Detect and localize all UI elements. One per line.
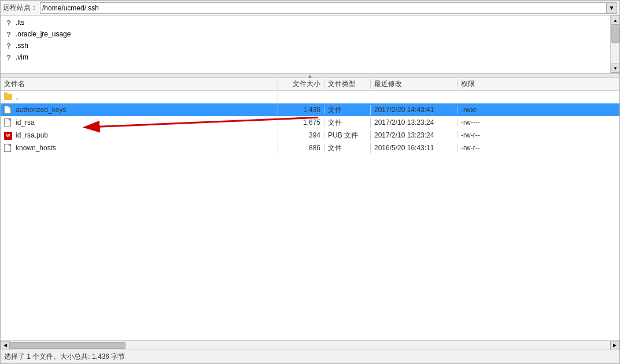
file-name-label: id_rsa	[16, 118, 35, 127]
list-item[interactable]: ? .ssh	[1, 40, 619, 51]
file-type-cell: PUB 文件	[324, 131, 371, 140]
col-header-type[interactable]: 文件类型	[324, 79, 371, 89]
col-header-date[interactable]: 最近修改	[371, 79, 457, 89]
file-date-cell: 2017/2/10 13:23:24	[371, 131, 457, 139]
path-dropdown-button[interactable]: ▼	[607, 2, 617, 14]
file-perms-cell: -rw-r--	[457, 131, 619, 139]
folder-icon	[4, 92, 13, 102]
file-name-cell: ..	[1, 92, 278, 102]
table-row[interactable]: authorized_keys 1,436 文件 2017/2/20 14:43…	[1, 103, 619, 116]
table-row[interactable]: id_rsa 1,675 文件 2017/2/10 13:23:24 -rw--…	[1, 116, 619, 129]
upper-panel[interactable]: ? .lts ? .oracle_jre_usage ? .ssh ? .vim…	[1, 16, 619, 73]
file-icon	[4, 118, 13, 127]
upper-scrollbar[interactable]: ▲ ▼	[610, 16, 619, 73]
file-perms-cell: -rwxr-	[457, 106, 619, 114]
file-icon	[4, 143, 13, 153]
file-size-cell: 394	[278, 131, 324, 139]
scroll-left-button[interactable]: ◀	[1, 341, 10, 350]
col-header-name[interactable]: 文件名	[1, 79, 278, 89]
dir-item-label: .vim	[16, 53, 28, 61]
status-bar: 选择了 1 个文件。大小总共: 1,436 字节	[1, 350, 619, 363]
table-row[interactable]: known_hosts 886 文件 2016/5/20 16:43:11 -r…	[1, 142, 619, 154]
file-name-cell: known_hosts	[1, 143, 278, 153]
scroll-thumb[interactable]	[611, 25, 619, 43]
scroll-right-button[interactable]: ▶	[610, 341, 619, 350]
hscroll-track	[10, 341, 610, 350]
status-text: 选择了 1 个文件。大小总共: 1,436 字节	[4, 352, 125, 362]
file-icon	[4, 105, 13, 114]
file-list[interactable]: .. authorized_keys 1,436 文件 2017/2/20 14…	[1, 91, 619, 340]
col-header-size[interactable]: 文件大小	[278, 79, 324, 89]
file-name-label: ..	[16, 93, 20, 101]
horizontal-scrollbar[interactable]: ◀ ▶	[1, 340, 619, 350]
dir-item-label: .oracle_jre_usage	[16, 30, 71, 38]
file-name-label: known_hosts	[16, 144, 56, 152]
file-name-cell: authorized_keys	[1, 105, 278, 114]
path-input[interactable]	[40, 2, 607, 14]
unknown-icon: ?	[4, 29, 13, 39]
file-type-cell: 文件	[324, 105, 371, 115]
file-name-cell: id_rsa	[1, 118, 278, 127]
dir-item-label: .ssh	[16, 42, 28, 50]
scroll-up-button[interactable]: ▲	[611, 16, 619, 25]
main-container: 远程站点： ▼ ? .lts ? .oracle_jre_usage ? .ss…	[0, 0, 620, 364]
hscroll-thumb[interactable]	[10, 342, 126, 349]
list-item[interactable]: ? .vim	[1, 51, 619, 63]
separator-arrow: ▲	[307, 73, 313, 79]
word-icon: W	[4, 131, 13, 140]
list-item[interactable]: ? .lts	[1, 17, 619, 28]
unknown-icon: ?	[4, 53, 13, 62]
file-date-cell: 2016/5/20 16:43:11	[371, 144, 457, 152]
file-date-cell: 2017/2/20 14:43:41	[371, 106, 457, 114]
col-header-perms[interactable]: 权限	[457, 79, 619, 89]
file-perms-cell: -rw----	[457, 118, 619, 127]
scroll-down-button[interactable]: ▼	[611, 64, 619, 73]
file-name-cell: W id_rsa.pub	[1, 131, 278, 140]
file-name-label: authorized_keys	[16, 106, 66, 114]
file-size-cell: 886	[278, 144, 324, 152]
file-type-cell: 文件	[324, 118, 371, 128]
unknown-icon: ?	[4, 41, 13, 50]
path-bar: 远程站点： ▼	[1, 1, 619, 16]
table-row[interactable]: ..	[1, 91, 619, 103]
scroll-track	[611, 25, 619, 64]
list-item[interactable]: ? .oracle_jre_usage	[1, 28, 619, 40]
file-date-cell: 2017/2/10 13:23:24	[371, 118, 457, 127]
file-type-cell: 文件	[324, 143, 371, 153]
separator: ▲	[1, 73, 619, 78]
table-row[interactable]: W id_rsa.pub 394 PUB 文件 2017/2/10 13:23:…	[1, 129, 619, 142]
file-size-cell: 1,675	[278, 118, 324, 127]
file-perms-cell: -rw-r--	[457, 144, 619, 152]
file-size-cell: 1,436	[278, 106, 324, 114]
file-name-label: id_rsa.pub	[16, 131, 48, 139]
upper-panel-inner: ? .lts ? .oracle_jre_usage ? .ssh ? .vim	[1, 16, 619, 64]
path-label: 远程站点：	[3, 3, 38, 13]
dir-item-label: .lts	[16, 18, 24, 27]
unknown-icon: ?	[4, 18, 13, 27]
column-headers: 文件名 文件大小 文件类型 最近修改 权限	[1, 78, 619, 91]
